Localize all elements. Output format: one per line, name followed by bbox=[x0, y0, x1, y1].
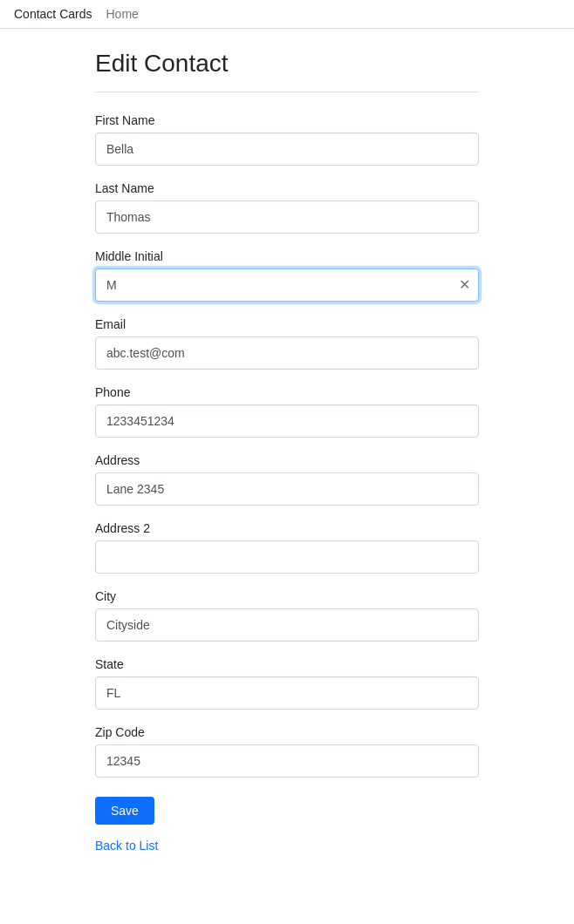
page-title: Edit Contact bbox=[95, 50, 479, 78]
last-name-label: Last Name bbox=[95, 181, 479, 195]
phone-group: Phone bbox=[95, 385, 479, 438]
address-label: Address bbox=[95, 453, 479, 467]
zip-group: Zip Code bbox=[95, 725, 479, 778]
address2-label: Address 2 bbox=[95, 521, 479, 535]
first-name-group: First Name bbox=[95, 113, 479, 166]
email-input[interactable] bbox=[95, 336, 479, 370]
email-group: Email bbox=[95, 317, 479, 370]
breadcrumb-home: Home bbox=[106, 7, 138, 21]
form-actions: Save bbox=[95, 793, 479, 835]
middle-initial-input[interactable] bbox=[95, 268, 479, 302]
last-name-group: Last Name bbox=[95, 181, 479, 234]
edit-contact-form: First Name Last Name Middle Initial ✕ Em… bbox=[95, 113, 479, 853]
city-input[interactable] bbox=[95, 608, 479, 642]
last-name-input[interactable] bbox=[95, 200, 479, 234]
middle-initial-clear-button[interactable]: ✕ bbox=[459, 278, 470, 292]
phone-input[interactable] bbox=[95, 404, 479, 438]
breadcrumb: Contact Cards Home bbox=[0, 0, 574, 29]
back-to-list-link[interactable]: Back to List bbox=[95, 839, 158, 853]
breadcrumb-contact-cards[interactable]: Contact Cards bbox=[14, 7, 92, 21]
middle-initial-group: Middle Initial ✕ bbox=[95, 249, 479, 302]
city-group: City bbox=[95, 589, 479, 642]
city-label: City bbox=[95, 589, 479, 603]
save-button[interactable]: Save bbox=[95, 797, 154, 825]
middle-initial-label: Middle Initial bbox=[95, 249, 479, 263]
address-input[interactable] bbox=[95, 472, 479, 506]
address-group: Address bbox=[95, 453, 479, 506]
middle-initial-wrapper: ✕ bbox=[95, 268, 479, 302]
state-input[interactable] bbox=[95, 676, 479, 710]
address2-group: Address 2 bbox=[95, 521, 479, 574]
email-label: Email bbox=[95, 317, 479, 331]
zip-input[interactable] bbox=[95, 744, 479, 778]
zip-label: Zip Code bbox=[95, 725, 479, 739]
address2-input[interactable] bbox=[95, 540, 479, 574]
state-label: State bbox=[95, 657, 479, 671]
phone-label: Phone bbox=[95, 385, 479, 399]
state-group: State bbox=[95, 657, 479, 710]
first-name-label: First Name bbox=[95, 113, 479, 127]
form-divider bbox=[95, 92, 479, 92]
first-name-input[interactable] bbox=[95, 132, 479, 166]
